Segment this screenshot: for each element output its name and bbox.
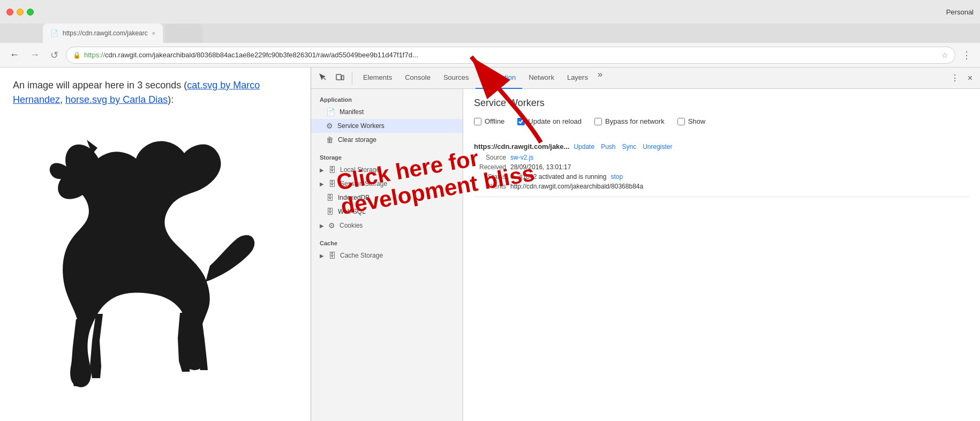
tab-close-button[interactable]: × bbox=[152, 30, 155, 36]
devtools-panel: Elements Console Sources Application Net… bbox=[311, 67, 980, 421]
browser-chrome: Personal 📄 https://cdn.rawgit.com/jakear… bbox=[0, 0, 980, 67]
offline-label: Offline bbox=[485, 117, 504, 125]
nav-menu-button[interactable]: ⋮ bbox=[960, 47, 974, 63]
devtools-right-actions: ⋮ × bbox=[947, 71, 976, 85]
offline-checkbox[interactable] bbox=[474, 118, 481, 125]
horse-svg-link[interactable]: horse.svg by Carla Dias bbox=[65, 94, 168, 105]
devtools-menu-button[interactable]: ⋮ bbox=[947, 71, 962, 85]
sw-update-action[interactable]: Update bbox=[574, 143, 594, 151]
cache-storage-arrow: ▶ bbox=[320, 253, 324, 259]
tab-application[interactable]: Application bbox=[476, 67, 523, 89]
bookmark-icon[interactable]: ☆ bbox=[941, 51, 948, 59]
sw-source-link[interactable]: sw-v2.js bbox=[510, 154, 533, 161]
show-label: Show bbox=[688, 117, 706, 125]
sidebar-cache-storage[interactable]: ▶ 🗄 Cache Storage bbox=[311, 249, 463, 262]
sw-entry: http​​s://cdn.rawgit.com/jake... Update … bbox=[474, 136, 969, 197]
sw-source-row: Source sw-v2.js bbox=[474, 154, 969, 161]
clear-storage-label: Clear storage bbox=[338, 136, 376, 144]
local-storage-arrow: ▶ bbox=[320, 167, 324, 173]
sidebar-indexeddb[interactable]: 🗄 IndexedDB bbox=[311, 191, 463, 205]
web-sql-icon: 🗄 bbox=[326, 207, 334, 216]
sidebar-service-workers[interactable]: ⚙ Service Workers bbox=[311, 119, 463, 133]
sidebar-clear-storage[interactable]: 🗑 Clear storage bbox=[311, 133, 463, 147]
manifest-label: Manifest bbox=[340, 108, 364, 116]
sw-entry-url: http​​s://cdn.rawgit.com/jake... bbox=[474, 142, 569, 151]
more-tabs-button[interactable]: » bbox=[594, 67, 606, 89]
bypass-for-network-option[interactable]: Bypass for network bbox=[594, 117, 665, 125]
offline-option[interactable]: Offline bbox=[474, 117, 504, 125]
tab-console[interactable]: Console bbox=[398, 67, 437, 89]
maximize-button[interactable] bbox=[27, 9, 34, 16]
cache-storage-icon: 🗄 bbox=[328, 251, 336, 260]
cookies-arrow: ▶ bbox=[320, 223, 324, 229]
local-storage-label: Local Storage bbox=[340, 166, 380, 174]
device-toolbar-button[interactable] bbox=[333, 71, 348, 86]
tab-page-icon: 📄 bbox=[50, 29, 58, 37]
page-text-before: An image will appear here in 3 seconds ( bbox=[13, 80, 187, 91]
refresh-button[interactable]: ↺ bbox=[47, 47, 62, 63]
indexeddb-icon: 🗄 bbox=[326, 193, 334, 202]
storage-section: Storage ▶ 🗄 Local Storage ▶ 🗄 Session St… bbox=[311, 151, 463, 232]
forward-button[interactable]: → bbox=[27, 47, 43, 63]
bypass-for-network-checkbox[interactable] bbox=[594, 118, 602, 125]
cookies-label: Cookies bbox=[340, 222, 363, 229]
inspect-element-button[interactable] bbox=[315, 71, 330, 86]
sw-status-row: Status #1842 activated and is running st… bbox=[474, 173, 969, 181]
main-content: An image will appear here in 3 seconds (… bbox=[0, 67, 980, 421]
show-checkbox[interactable] bbox=[677, 118, 685, 125]
update-on-reload-checkbox[interactable] bbox=[517, 118, 525, 125]
sw-entry-header: http​​s://cdn.rawgit.com/jake... Update … bbox=[474, 142, 969, 151]
service-workers-icon: ⚙ bbox=[326, 122, 333, 130]
page-content: An image will appear here in 3 seconds (… bbox=[0, 67, 311, 421]
service-workers-label: Service Workers bbox=[337, 122, 385, 130]
sidebar-local-storage[interactable]: ▶ 🗄 Local Storage bbox=[311, 163, 463, 177]
storage-heading: Storage bbox=[311, 151, 463, 163]
sidebar-session-storage[interactable]: ▶ 🗄 Session Storage bbox=[311, 177, 463, 191]
sidebar-manifest[interactable]: 📄 Manifest bbox=[311, 105, 463, 119]
tab-layers[interactable]: Layers bbox=[561, 67, 594, 89]
active-tab[interactable]: 📄 https://cdn.rawgit.com/jakearc × bbox=[43, 24, 163, 43]
sw-push-action[interactable]: Push bbox=[601, 143, 615, 151]
minimize-button[interactable] bbox=[17, 9, 24, 16]
title-bar: Personal bbox=[0, 0, 980, 24]
sw-clients-row: Clients http://cdn.rawgit.com/jakearchib… bbox=[474, 183, 969, 190]
tab-network[interactable]: Network bbox=[522, 67, 561, 89]
service-workers-title: Service Workers bbox=[474, 97, 969, 109]
page-text: An image will appear here in 3 seconds (… bbox=[13, 78, 298, 107]
show-option[interactable]: Show bbox=[677, 117, 706, 125]
cookies-icon: ⚙ bbox=[328, 221, 335, 230]
close-button[interactable] bbox=[6, 9, 13, 16]
session-storage-icon: 🗄 bbox=[328, 179, 336, 188]
personal-label: Personal bbox=[946, 8, 974, 16]
sw-status-dot bbox=[510, 175, 515, 179]
tab-sources[interactable]: Sources bbox=[437, 67, 476, 89]
sw-sync-action[interactable]: Sync bbox=[622, 143, 636, 151]
devtools-main-panel: Service Workers Offline Update on reload bbox=[463, 89, 980, 421]
sidebar-cookies[interactable]: ▶ ⚙ Cookies bbox=[311, 219, 463, 232]
web-sql-label: Web SQL bbox=[338, 208, 366, 215]
devtools-tabs: Elements Console Sources Application Net… bbox=[357, 67, 945, 89]
sw-stop-action[interactable]: stop bbox=[610, 173, 623, 181]
devtools-close-button[interactable]: × bbox=[964, 71, 976, 85]
local-storage-icon: 🗄 bbox=[328, 166, 336, 174]
address-domain: cdn.rawgit.com bbox=[105, 51, 152, 59]
sw-status-value: #1842 activated and is running bbox=[519, 173, 606, 181]
new-tab-button[interactable] bbox=[165, 24, 202, 43]
manifest-icon: 📄 bbox=[326, 108, 335, 116]
tab-elements[interactable]: Elements bbox=[357, 67, 398, 89]
traffic-lights bbox=[6, 9, 34, 16]
devtools: Elements Console Sources Application Net… bbox=[311, 67, 980, 421]
sidebar-web-sql[interactable]: 🗄 Web SQL bbox=[311, 205, 463, 219]
sw-options: Offline Update on reload Bypass for netw… bbox=[474, 117, 969, 125]
address-text: https://cdn.rawgit.com/jakearchibald/803… bbox=[84, 51, 938, 59]
clear-storage-icon: 🗑 bbox=[326, 136, 334, 144]
address-bar[interactable]: 🔒 https://cdn.rawgit.com/jakearchibald/8… bbox=[66, 47, 955, 64]
back-button[interactable]: ← bbox=[6, 47, 22, 63]
cache-storage-label: Cache Storage bbox=[340, 252, 383, 259]
update-on-reload-label: Update on reload bbox=[528, 117, 582, 125]
update-on-reload-option[interactable]: Update on reload bbox=[517, 117, 582, 125]
sw-received-value: 28/09/2016, 13:01:17 bbox=[510, 163, 571, 171]
sw-status-label: Status bbox=[474, 173, 506, 181]
sw-unregister-action[interactable]: Unregister bbox=[643, 143, 672, 151]
sw-entry-actions: Update Push Sync Unregister bbox=[574, 143, 672, 151]
